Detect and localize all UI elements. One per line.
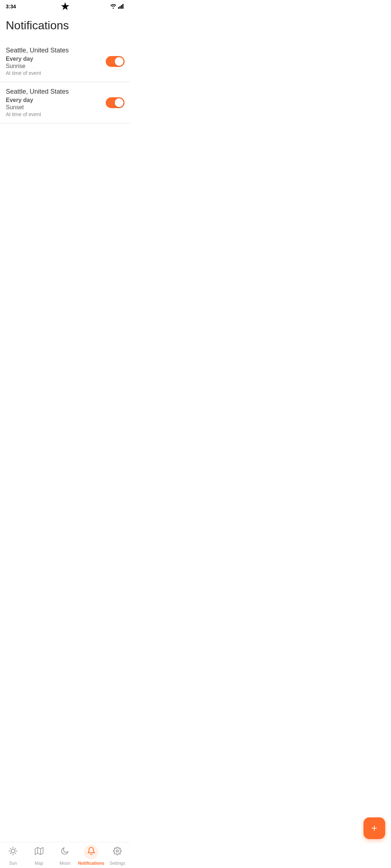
notif-timing-1: At time of event [6,70,100,76]
notification-content-2: Seattle, United States Every day Sunset … [6,88,100,117]
signal-icon [118,4,125,10]
notifications-list: Seattle, United States Every day Sunrise… [0,41,130,123]
notif-timing-2: At time of event [6,111,100,117]
notification-content-1: Seattle, United States Every day Sunrise… [6,47,100,76]
notif-event-2: Sunset [6,104,100,111]
svg-rect-0 [118,7,119,9]
star-icon [61,2,70,11]
notification-item-1[interactable]: Seattle, United States Every day Sunrise… [0,41,130,82]
toggle-container-2[interactable] [106,97,125,108]
status-icons [110,4,125,10]
notification-item-2[interactable]: Seattle, United States Every day Sunset … [0,82,130,123]
status-bar: 3:34 [0,0,130,13]
toggle-switch-1[interactable] [106,56,125,67]
toggle-knob-1 [115,57,123,66]
toggle-knob-2 [115,98,123,107]
svg-rect-1 [119,6,121,9]
status-time: 3:34 [6,4,16,9]
wifi-icon [110,4,117,10]
toggle-switch-2[interactable] [106,97,125,108]
notif-frequency-1: Every day [6,56,100,62]
page-title: Notifications [0,13,130,41]
svg-rect-3 [122,4,123,9]
notif-location-2: Seattle, United States [6,88,100,95]
notif-frequency-2: Every day [6,97,100,103]
svg-rect-2 [121,5,122,9]
notif-location-1: Seattle, United States [6,47,100,54]
notif-event-1: Sunrise [6,63,100,69]
toggle-container-1[interactable] [106,56,125,67]
